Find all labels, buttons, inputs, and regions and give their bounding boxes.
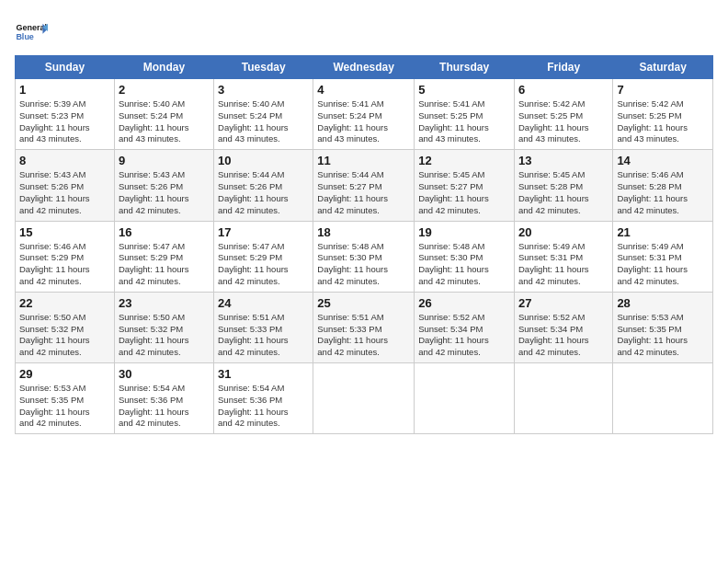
day-info: Sunrise: 5:45 AMSunset: 5:28 PMDaylight:… bbox=[518, 169, 609, 216]
day-number: 3 bbox=[218, 83, 309, 97]
day-number: 15 bbox=[19, 225, 110, 239]
day-info: Sunrise: 5:42 AMSunset: 5:25 PMDaylight:… bbox=[518, 98, 609, 145]
day-info: Sunrise: 5:47 AMSunset: 5:29 PMDaylight:… bbox=[218, 241, 309, 288]
day-number: 2 bbox=[119, 83, 210, 97]
day-info: Sunrise: 5:53 AMSunset: 5:35 PMDaylight:… bbox=[19, 383, 110, 430]
day-info: Sunrise: 5:40 AMSunset: 5:24 PMDaylight:… bbox=[218, 98, 309, 145]
day-number: 20 bbox=[518, 225, 609, 239]
day-number: 27 bbox=[518, 296, 609, 310]
calendar-cell: 13Sunrise: 5:45 AMSunset: 5:28 PMDayligh… bbox=[514, 150, 612, 221]
calendar-cell: 12Sunrise: 5:45 AMSunset: 5:27 PMDayligh… bbox=[415, 150, 515, 221]
calendar-cell: 28Sunrise: 5:53 AMSunset: 5:35 PMDayligh… bbox=[613, 292, 713, 362]
weekday-header-saturday: Saturday bbox=[613, 56, 713, 79]
day-info: Sunrise: 5:54 AMSunset: 5:36 PMDaylight:… bbox=[218, 383, 309, 430]
weekday-header-sunday: Sunday bbox=[16, 56, 115, 79]
header: General Blue bbox=[15, 15, 713, 48]
day-number: 13 bbox=[518, 154, 609, 167]
day-info: Sunrise: 5:47 AMSunset: 5:29 PMDaylight:… bbox=[119, 241, 210, 288]
day-number: 19 bbox=[418, 225, 510, 239]
calendar-cell: 15Sunrise: 5:46 AMSunset: 5:29 PMDayligh… bbox=[16, 221, 115, 292]
day-info: Sunrise: 5:39 AMSunset: 5:23 PMDaylight:… bbox=[19, 98, 110, 145]
calendar-cell: 8Sunrise: 5:43 AMSunset: 5:26 PMDaylight… bbox=[16, 150, 115, 221]
day-info: Sunrise: 5:49 AMSunset: 5:31 PMDaylight:… bbox=[518, 241, 609, 288]
calendar-cell: 10Sunrise: 5:44 AMSunset: 5:26 PMDayligh… bbox=[214, 150, 313, 221]
day-info: Sunrise: 5:52 AMSunset: 5:34 PMDaylight:… bbox=[418, 312, 510, 359]
calendar-cell bbox=[514, 363, 612, 434]
calendar-cell: 20Sunrise: 5:49 AMSunset: 5:31 PMDayligh… bbox=[514, 221, 612, 292]
calendar-cell: 17Sunrise: 5:47 AMSunset: 5:29 PMDayligh… bbox=[214, 221, 313, 292]
day-info: Sunrise: 5:40 AMSunset: 5:24 PMDaylight:… bbox=[119, 98, 210, 145]
day-number: 1 bbox=[19, 83, 110, 97]
calendar-cell bbox=[613, 363, 713, 434]
weekday-header-wednesday: Wednesday bbox=[313, 56, 415, 79]
day-number: 18 bbox=[317, 225, 410, 239]
day-info: Sunrise: 5:44 AMSunset: 5:27 PMDaylight:… bbox=[317, 169, 410, 216]
calendar-cell: 29Sunrise: 5:53 AMSunset: 5:35 PMDayligh… bbox=[16, 363, 115, 434]
day-info: Sunrise: 5:53 AMSunset: 5:35 PMDaylight:… bbox=[617, 312, 709, 359]
calendar-cell bbox=[313, 363, 415, 434]
day-info: Sunrise: 5:43 AMSunset: 5:26 PMDaylight:… bbox=[119, 169, 210, 216]
calendar-cell: 7Sunrise: 5:42 AMSunset: 5:25 PMDaylight… bbox=[613, 79, 713, 150]
calendar-cell: 24Sunrise: 5:51 AMSunset: 5:33 PMDayligh… bbox=[214, 292, 313, 362]
day-info: Sunrise: 5:50 AMSunset: 5:32 PMDaylight:… bbox=[119, 312, 210, 359]
calendar-table: SundayMondayTuesdayWednesdayThursdayFrid… bbox=[15, 55, 713, 434]
calendar-cell: 23Sunrise: 5:50 AMSunset: 5:32 PMDayligh… bbox=[114, 292, 213, 362]
logo-icon: General Blue bbox=[15, 15, 48, 48]
day-number: 29 bbox=[19, 367, 110, 381]
weekday-header-tuesday: Tuesday bbox=[214, 56, 313, 79]
calendar-cell: 14Sunrise: 5:46 AMSunset: 5:28 PMDayligh… bbox=[613, 150, 713, 221]
day-info: Sunrise: 5:50 AMSunset: 5:32 PMDaylight:… bbox=[19, 312, 110, 359]
day-number: 25 bbox=[317, 296, 410, 310]
day-info: Sunrise: 5:45 AMSunset: 5:27 PMDaylight:… bbox=[418, 169, 510, 216]
calendar-cell: 9Sunrise: 5:43 AMSunset: 5:26 PMDaylight… bbox=[114, 150, 213, 221]
day-info: Sunrise: 5:54 AMSunset: 5:36 PMDaylight:… bbox=[119, 383, 210, 430]
calendar-cell: 26Sunrise: 5:52 AMSunset: 5:34 PMDayligh… bbox=[415, 292, 515, 362]
day-info: Sunrise: 5:48 AMSunset: 5:30 PMDaylight:… bbox=[418, 241, 510, 288]
day-number: 31 bbox=[218, 367, 309, 381]
day-info: Sunrise: 5:42 AMSunset: 5:25 PMDaylight:… bbox=[617, 98, 709, 145]
day-number: 14 bbox=[617, 154, 709, 167]
day-number: 30 bbox=[119, 367, 210, 381]
day-number: 17 bbox=[218, 225, 309, 239]
calendar-cell: 30Sunrise: 5:54 AMSunset: 5:36 PMDayligh… bbox=[114, 363, 213, 434]
calendar-cell: 31Sunrise: 5:54 AMSunset: 5:36 PMDayligh… bbox=[214, 363, 313, 434]
day-info: Sunrise: 5:41 AMSunset: 5:24 PMDaylight:… bbox=[317, 98, 410, 145]
day-number: 12 bbox=[418, 154, 510, 167]
day-number: 26 bbox=[418, 296, 510, 310]
calendar-cell: 19Sunrise: 5:48 AMSunset: 5:30 PMDayligh… bbox=[415, 221, 515, 292]
calendar-cell: 6Sunrise: 5:42 AMSunset: 5:25 PMDaylight… bbox=[514, 79, 612, 150]
calendar-cell: 27Sunrise: 5:52 AMSunset: 5:34 PMDayligh… bbox=[514, 292, 612, 362]
day-number: 22 bbox=[19, 296, 110, 310]
calendar-cell: 25Sunrise: 5:51 AMSunset: 5:33 PMDayligh… bbox=[313, 292, 415, 362]
day-info: Sunrise: 5:44 AMSunset: 5:26 PMDaylight:… bbox=[218, 169, 309, 216]
svg-text:General: General bbox=[16, 23, 47, 32]
calendar-cell bbox=[415, 363, 515, 434]
day-number: 7 bbox=[617, 83, 709, 97]
day-info: Sunrise: 5:52 AMSunset: 5:34 PMDaylight:… bbox=[518, 312, 609, 359]
calendar-cell: 4Sunrise: 5:41 AMSunset: 5:24 PMDaylight… bbox=[313, 79, 415, 150]
day-number: 24 bbox=[218, 296, 309, 310]
day-info: Sunrise: 5:46 AMSunset: 5:29 PMDaylight:… bbox=[19, 241, 110, 288]
calendar-cell: 21Sunrise: 5:49 AMSunset: 5:31 PMDayligh… bbox=[613, 221, 713, 292]
day-info: Sunrise: 5:43 AMSunset: 5:26 PMDaylight:… bbox=[19, 169, 110, 216]
day-number: 5 bbox=[418, 83, 510, 97]
day-info: Sunrise: 5:46 AMSunset: 5:28 PMDaylight:… bbox=[617, 169, 709, 216]
day-number: 6 bbox=[518, 83, 609, 97]
day-number: 9 bbox=[119, 154, 210, 167]
day-number: 11 bbox=[317, 154, 410, 167]
day-number: 28 bbox=[617, 296, 709, 310]
day-number: 16 bbox=[119, 225, 210, 239]
day-number: 8 bbox=[19, 154, 110, 167]
calendar-cell: 22Sunrise: 5:50 AMSunset: 5:32 PMDayligh… bbox=[16, 292, 115, 362]
calendar-cell: 11Sunrise: 5:44 AMSunset: 5:27 PMDayligh… bbox=[313, 150, 415, 221]
weekday-header-friday: Friday bbox=[514, 56, 612, 79]
day-number: 4 bbox=[317, 83, 410, 97]
day-info: Sunrise: 5:49 AMSunset: 5:31 PMDaylight:… bbox=[617, 241, 709, 288]
day-info: Sunrise: 5:48 AMSunset: 5:30 PMDaylight:… bbox=[317, 241, 410, 288]
day-number: 23 bbox=[119, 296, 210, 310]
calendar-cell: 1Sunrise: 5:39 AMSunset: 5:23 PMDaylight… bbox=[16, 79, 115, 150]
day-number: 10 bbox=[218, 154, 309, 167]
calendar-cell: 16Sunrise: 5:47 AMSunset: 5:29 PMDayligh… bbox=[114, 221, 213, 292]
day-info: Sunrise: 5:41 AMSunset: 5:25 PMDaylight:… bbox=[418, 98, 510, 145]
day-info: Sunrise: 5:51 AMSunset: 5:33 PMDaylight:… bbox=[317, 312, 410, 359]
